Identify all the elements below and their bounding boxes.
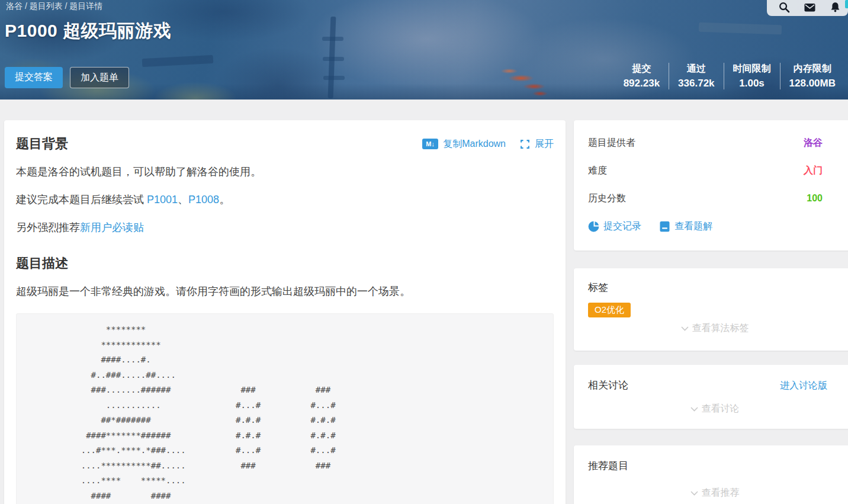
expand-icon[interactable] xyxy=(520,139,530,149)
discussions-card: 相关讨论 进入讨论版 查看讨论 xyxy=(574,365,848,429)
link-new-user-post[interactable]: 新用户必读贴 xyxy=(80,221,144,233)
brush-stroke xyxy=(699,23,782,35)
background-heading: 题目背景 xyxy=(16,136,68,152)
difficulty-value[interactable]: 入门 xyxy=(804,163,841,178)
content-tools: M↓ 复制Markdown 展开 xyxy=(422,138,554,150)
background-paragraph-1: 本题是洛谷的试机题目，可以帮助了解洛谷的使用。 xyxy=(16,164,554,180)
view-recommendations-toggle[interactable]: 查看推荐 xyxy=(588,487,841,499)
hero-actions: 提交答案 加入题单 xyxy=(5,67,129,88)
mail-icon[interactable] xyxy=(804,2,815,13)
link-p1008[interactable]: P1008 xyxy=(188,194,219,206)
markdown-icon: M↓ xyxy=(422,139,438,149)
book-icon xyxy=(659,221,670,232)
view-discussions-toggle[interactable]: 查看讨论 xyxy=(588,403,841,415)
tags-card: 标签 O2优化 查看算法标签 xyxy=(574,268,848,351)
header-banner: 洛谷 / 题目列表 / 题目详情 P1000 超级玛丽游戏 提交答案 加入题单 … xyxy=(0,0,848,99)
view-solutions-link[interactable]: 查看题解 xyxy=(659,220,712,233)
view-algorithm-tags-toggle[interactable]: 查看算法标签 xyxy=(588,322,841,335)
submit-answer-button[interactable]: 提交答案 xyxy=(5,67,63,88)
stat-time-limit: 时间限制 1.00s xyxy=(724,63,780,89)
ascii-art-block: ******** ************ ####....#. #..###.… xyxy=(16,313,554,504)
brush-stroke xyxy=(322,37,343,41)
problem-page: 洛谷 / 题目列表 / 题目详情 P1000 超级玛丽游戏 提交答案 加入题单 … xyxy=(0,0,848,504)
stat-accepted: 通过 336.72k xyxy=(669,63,723,89)
submission-records-link[interactable]: 提交记录 xyxy=(588,220,641,233)
breadcrumb[interactable]: 洛谷 / 题目列表 / 题目详情 xyxy=(6,1,102,12)
background-paragraph-3: 另外强烈推荐新用户必读贴 xyxy=(16,220,554,236)
expand-button[interactable]: 展开 xyxy=(535,138,554,150)
page-title: P1000 超级玛丽游戏 xyxy=(5,19,171,43)
description-paragraph: 超级玛丽是一个非常经典的游戏。请你用字符画的形式输出超级玛丽中的一个场景。 xyxy=(16,284,554,300)
enter-discussion-board-link[interactable]: 进入讨论版 xyxy=(780,380,827,392)
problem-content-card: 题目背景 M↓ 复制Markdown 展开 本题是洛谷的试机题目，可以帮助了解洛… xyxy=(4,120,566,504)
difficulty-row: 难度 入门 xyxy=(588,163,841,178)
pie-chart-icon xyxy=(588,221,599,232)
brush-stroke xyxy=(323,76,345,80)
tag-o2[interactable]: O2优化 xyxy=(588,303,631,317)
chevron-down-icon xyxy=(690,491,698,496)
recommendations-heading: 推荐题目 xyxy=(588,460,841,473)
chevron-down-icon xyxy=(681,326,689,331)
bell-icon[interactable] xyxy=(830,2,841,13)
background-paragraph-2: 建议完成本题目后继续尝试 P1001、P1008。 xyxy=(16,192,554,208)
tags-heading: 标签 xyxy=(588,281,841,294)
score-value: 100 xyxy=(807,191,841,206)
avatar[interactable] xyxy=(845,0,848,8)
link-p1001[interactable]: P1001 xyxy=(147,194,178,206)
brush-stroke xyxy=(323,57,344,61)
brush-stroke xyxy=(142,55,214,67)
chevron-down-icon xyxy=(690,407,698,412)
stat-memory-limit: 内存限制 128.00MB xyxy=(780,63,844,89)
topbar-icon-tray xyxy=(767,0,848,16)
description-heading: 题目描述 xyxy=(16,255,554,272)
provider-value[interactable]: 洛谷 xyxy=(804,136,841,150)
recommendations-card: 推荐题目 查看推荐 xyxy=(574,445,848,504)
stat-submissions: 提交 892.23k xyxy=(615,63,669,89)
copy-markdown-button[interactable]: 复制Markdown xyxy=(443,138,506,150)
add-to-problem-list-button[interactable]: 加入题单 xyxy=(70,67,129,88)
score-row: 历史分数 100 xyxy=(588,191,841,206)
problem-info-card: 题目提供者 洛谷 难度 入门 历史分数 100 提交记录 xyxy=(574,120,848,251)
provider-row: 题目提供者 洛谷 xyxy=(588,136,841,150)
search-icon[interactable] xyxy=(779,2,790,13)
discussions-heading: 相关讨论 xyxy=(588,379,628,392)
problem-stats: 提交 892.23k 通过 336.72k 时间限制 1.00s 内存限制 12… xyxy=(615,63,844,89)
